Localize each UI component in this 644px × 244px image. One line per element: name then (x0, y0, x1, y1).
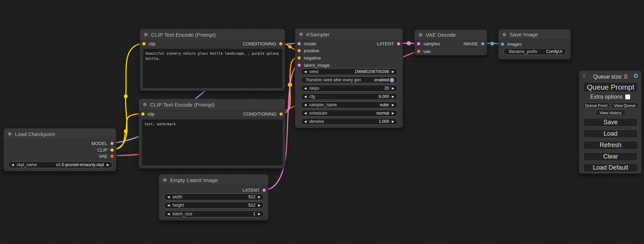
extra-options-checkbox[interactable] (625, 94, 630, 99)
input-slot-negative[interactable]: negative (298, 54, 321, 61)
widget-value[interactable]: ComfyUI (546, 49, 562, 54)
drag-handle-icon[interactable]: ⠿ (582, 73, 586, 78)
collapse-dot-icon[interactable] (144, 33, 148, 36)
clip-port-icon[interactable] (141, 112, 144, 116)
output-slot-model[interactable]: MODEL (91, 140, 114, 147)
input-slot-positive[interactable]: positive (298, 47, 319, 54)
load-button[interactable]: Load (583, 129, 638, 138)
toggle-knob-icon[interactable] (390, 78, 394, 82)
refresh-button[interactable]: Refresh (583, 141, 638, 150)
widget-value[interactable]: v1-5-pruned-emaonly.ckpt (56, 162, 104, 167)
scheduler-widget[interactable]: ◀ scheduler normal ▶ (301, 110, 398, 117)
random-seed-toggle-widget[interactable]: Random seed after every gen enabled (301, 76, 398, 83)
filename-prefix-widget[interactable]: filename_prefix ComfyUI (503, 48, 566, 55)
node-header[interactable]: CLIP Text Encode (Prompt) (140, 29, 285, 40)
widget-value[interactable]: 512 (248, 195, 255, 199)
model-port-icon[interactable] (111, 142, 114, 145)
widget-value[interactable]: normal (376, 111, 389, 116)
settings-gear-icon[interactable]: ⚙ (633, 73, 638, 79)
input-slot-latent-image[interactable]: latent_image (298, 62, 329, 69)
widget-value[interactable]: enabled (374, 78, 389, 82)
input-slot-clip[interactable]: clip (141, 110, 155, 117)
latent-port-icon[interactable] (298, 64, 301, 67)
collapse-dot-icon[interactable] (299, 33, 303, 36)
step-right-icon[interactable]: ▶ (392, 120, 394, 123)
output-slot-latent[interactable]: LATENT (377, 40, 400, 47)
output-slot-conditioning[interactable]: CONDITIONING (243, 40, 282, 47)
widget-value[interactable]: 1 (253, 211, 255, 216)
step-left-icon[interactable]: ◀ (304, 87, 307, 90)
step-right-icon[interactable]: ▶ (392, 70, 394, 73)
node-clip-text-encode-negative[interactable]: CLIP Text Encode (Prompt) clip CONDITION… (139, 99, 285, 169)
cfg-widget[interactable]: ◀ cfg 8.000 ▶ (301, 93, 398, 100)
clip-port-icon[interactable] (142, 42, 145, 45)
load-default-button[interactable]: Load Default (583, 163, 638, 172)
conditioning-port-icon[interactable] (280, 112, 283, 116)
node-clip-text-encode-positive[interactable]: CLIP Text Encode (Prompt) clip CONDITION… (140, 29, 285, 91)
queue-prompt-button[interactable]: Queue Prompt (583, 82, 638, 92)
node-header[interactable]: Save Image (499, 29, 571, 40)
ckpt-name-widget[interactable]: ◀ ckpt_name v1-5-pruned-emaonly.ckpt ▶ (8, 161, 113, 168)
collapse-dot-icon[interactable] (503, 33, 506, 36)
clear-button[interactable]: Clear (583, 152, 638, 161)
output-slot-image[interactable]: IMAGE (464, 40, 484, 47)
latent-port-icon[interactable] (417, 42, 420, 45)
seed-widget[interactable]: ◀ seed 156680208700286 ▶ (301, 68, 398, 75)
widget-value[interactable]: 20 (385, 86, 389, 91)
node-graph-canvas[interactable]: Load Checkpoint MODEL CLIP VAE ◀ ckpt_na… (0, 0, 644, 244)
node-header[interactable]: KSampler (295, 29, 403, 40)
vae-port-icon[interactable] (417, 50, 420, 53)
widget-value[interactable]: 8.000 (379, 94, 389, 99)
step-right-icon[interactable]: ▶ (258, 204, 261, 207)
negative-prompt-textarea[interactable]: text, watermark (142, 119, 283, 165)
step-left-icon[interactable]: ◀ (167, 196, 170, 199)
save-button[interactable]: Save (583, 118, 638, 127)
step-left-icon[interactable]: ◀ (304, 103, 307, 107)
step-right-icon[interactable]: ▶ (258, 213, 261, 216)
latent-port-icon[interactable] (263, 189, 266, 192)
input-slot-samples[interactable]: samples (417, 40, 440, 47)
model-port-icon[interactable] (298, 42, 301, 45)
conditioning-port-icon[interactable] (298, 49, 301, 52)
step-right-icon[interactable]: ▶ (392, 112, 394, 115)
output-slot-latent[interactable]: LATENT (242, 187, 266, 193)
vae-port-icon[interactable] (111, 155, 114, 158)
input-slot-model[interactable]: model (298, 40, 316, 47)
output-slot-clip[interactable]: CLIP (97, 146, 114, 153)
widget-value[interactable]: 1.000 (379, 119, 389, 124)
image-port-icon[interactable] (501, 43, 504, 46)
conditioning-port-icon[interactable] (298, 56, 301, 60)
sampler-name-widget[interactable]: ◀ sampler_name euler ▶ (301, 101, 398, 108)
widget-value[interactable]: euler (380, 102, 389, 107)
view-queue-button[interactable]: View Queue (611, 102, 638, 108)
step-left-icon[interactable]: ◀ (167, 213, 170, 216)
step-left-icon[interactable]: ◀ (304, 112, 307, 115)
clip-port-icon[interactable] (111, 148, 114, 152)
collapse-dot-icon[interactable] (163, 178, 167, 182)
queue-front-button[interactable]: Queue Front (583, 102, 610, 108)
width-widget[interactable]: ◀ width 512 ▶ (164, 193, 264, 200)
input-slot-vae[interactable]: vae (417, 48, 431, 55)
step-right-icon[interactable]: ▶ (392, 95, 394, 98)
height-widget[interactable]: ◀ height 512 ▶ (164, 202, 264, 209)
collapse-dot-icon[interactable] (8, 132, 11, 136)
node-ksampler[interactable]: KSampler model positive negative latent_… (295, 28, 403, 128)
collapse-dot-icon[interactable] (419, 33, 422, 37)
node-save-image[interactable]: Save Image images filename_prefix ComfyU… (498, 29, 571, 60)
latent-port-icon[interactable] (397, 42, 400, 45)
output-slot-conditioning[interactable]: CONDITIONING (243, 110, 283, 117)
collapse-dot-icon[interactable] (143, 103, 147, 106)
step-right-icon[interactable]: ▶ (107, 163, 109, 166)
step-left-icon[interactable]: ◀ (304, 70, 307, 73)
input-slot-clip[interactable]: clip (142, 40, 156, 47)
step-right-icon[interactable]: ▶ (392, 87, 394, 90)
widget-value[interactable]: 512 (248, 203, 255, 208)
image-port-icon[interactable] (481, 42, 484, 45)
node-header[interactable]: Empty Latent Image (159, 174, 268, 186)
node-vae-decode[interactable]: VAE Decode samples vae IMAGE (414, 29, 487, 55)
step-right-icon[interactable]: ▶ (392, 103, 394, 107)
view-history-button[interactable]: View History (596, 110, 626, 116)
positive-prompt-textarea[interactable]: beautiful scenery nature glass bottle la… (143, 49, 282, 88)
node-header[interactable]: Load Checkpoint (4, 128, 116, 140)
conditioning-port-icon[interactable] (279, 42, 282, 45)
